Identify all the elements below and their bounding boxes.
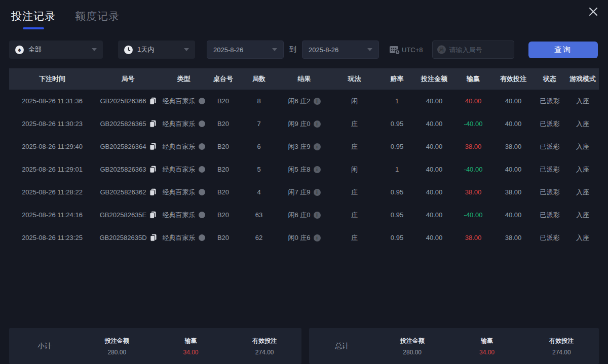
odds: 1 bbox=[378, 97, 415, 105]
date-to-picker[interactable]: 2025-8-26 bbox=[302, 41, 379, 59]
chevron-down-icon bbox=[272, 48, 277, 51]
bet-time: 2025-08-26 11:29:40 bbox=[9, 143, 95, 150]
game-type: 经典百家乐 bbox=[163, 165, 196, 174]
subtotal-bet-amount: 投注金额 280.00 bbox=[80, 337, 154, 356]
round-number: 5 bbox=[240, 166, 278, 173]
table-row: 2025-08-26 11:31:36 GB2025826366 经典百家乐 B… bbox=[9, 90, 599, 112]
result-value: 闲6 庄0 bbox=[288, 211, 310, 220]
time-range-select[interactable]: 1天内 bbox=[118, 41, 195, 59]
status: 已派彩 bbox=[533, 188, 566, 197]
result-value: 闲9 庄0 bbox=[288, 119, 310, 129]
info-icon[interactable]: i bbox=[314, 120, 321, 128]
win-loss-value: -40.00 bbox=[453, 211, 493, 219]
game-badge-icon bbox=[199, 234, 205, 241]
result-value: 闲0 庄6 bbox=[288, 233, 310, 242]
copy-icon[interactable] bbox=[149, 211, 156, 219]
game-type-select[interactable]: ♠ 全部 bbox=[9, 41, 103, 59]
bet-time: 2025-08-26 11:28:22 bbox=[9, 188, 95, 196]
table-no: B20 bbox=[207, 188, 240, 196]
bet-records-table: 下注时间 局号 类型 桌台号 局数 结果 玩法 赔率 投注金额 输赢 有效投注 … bbox=[9, 68, 599, 249]
copy-icon[interactable] bbox=[149, 188, 156, 196]
result-cell: 闲6 庄2 i bbox=[278, 97, 330, 106]
bet-time: 2025-08-26 11:29:01 bbox=[9, 166, 95, 173]
win-loss-value: 38.00 bbox=[453, 143, 493, 150]
col-status: 状态 bbox=[533, 74, 566, 84]
tab-bet-records-label: 投注记录 bbox=[11, 10, 56, 22]
tab-quota-records-label: 额度记录 bbox=[75, 10, 120, 22]
result-value: 闲5 庄8 bbox=[288, 165, 310, 174]
game-mode: 入座 bbox=[566, 188, 599, 197]
tab-quota-records[interactable]: 额度记录 bbox=[75, 9, 120, 29]
game-type: 经典百家乐 bbox=[163, 211, 196, 220]
win-loss-value: 38.00 bbox=[453, 234, 493, 241]
table-no: B20 bbox=[207, 211, 240, 219]
bet-amount: 40.00 bbox=[415, 97, 453, 105]
col-valid-bet: 有效投注 bbox=[493, 74, 533, 84]
info-icon[interactable]: i bbox=[314, 212, 321, 219]
round-number: 6 bbox=[240, 143, 278, 150]
game-type-cell: 经典百家乐 bbox=[161, 233, 207, 242]
bet-amount: 40.00 bbox=[415, 188, 453, 196]
info-icon[interactable]: i bbox=[314, 234, 321, 241]
info-icon[interactable]: i bbox=[314, 143, 321, 150]
total-panel: 总计 投注金额 280.00 输赢 34.00 有效投注 274.00 bbox=[309, 328, 599, 364]
table-no: B20 bbox=[207, 234, 240, 241]
time-range-value: 1天内 bbox=[137, 45, 184, 54]
round-number: 7 bbox=[240, 120, 278, 128]
result-value: 闲3 庄9 bbox=[288, 142, 310, 151]
bet-time: 2025-08-26 11:30:23 bbox=[9, 120, 95, 128]
summary-bar: 小计 投注金额 280.00 输赢 34.00 有效投注 274.00 总计 投… bbox=[9, 328, 599, 364]
filter-bar: ♠ 全部 1天内 2025-8-26 到 2025-8-26 UTC+8 bbox=[9, 41, 599, 59]
round-number: 4 bbox=[240, 188, 278, 196]
info-icon[interactable]: i bbox=[314, 166, 321, 173]
status: 已派彩 bbox=[533, 165, 566, 174]
calendar-clock-icon bbox=[389, 45, 400, 55]
round-id-cell: GB2025826366 bbox=[95, 97, 161, 105]
chevron-down-icon bbox=[367, 48, 372, 51]
total-bet-amount: 投注金额 280.00 bbox=[375, 337, 449, 356]
win-loss-value: -40.00 bbox=[453, 166, 493, 173]
result-cell: 闲5 庄8 i bbox=[278, 165, 330, 174]
date-from-value: 2025-8-26 bbox=[213, 46, 272, 54]
win-loss-value: 38.00 bbox=[453, 188, 493, 196]
query-button[interactable]: 查询 bbox=[528, 42, 598, 58]
status: 已派彩 bbox=[533, 142, 566, 151]
copy-icon[interactable] bbox=[149, 97, 156, 105]
bet-amount: 40.00 bbox=[415, 143, 453, 150]
valid-bet: 40.00 bbox=[493, 97, 533, 105]
info-icon[interactable]: i bbox=[314, 98, 321, 105]
game-type: 经典百家乐 bbox=[163, 188, 196, 197]
col-round-id: 局号 bbox=[95, 74, 161, 84]
info-icon[interactable]: i bbox=[314, 189, 321, 196]
copy-icon[interactable] bbox=[149, 120, 156, 128]
tab-bet-records[interactable]: 投注记录 bbox=[11, 9, 56, 29]
tab-bar: 投注记录 额度记录 bbox=[11, 9, 120, 29]
game-type-cell: 经典百家乐 bbox=[161, 97, 207, 106]
close-icon[interactable] bbox=[587, 5, 600, 18]
col-game-mode: 游戏模式 bbox=[566, 74, 599, 84]
game-mode: 入座 bbox=[566, 119, 599, 129]
table-row: 2025-08-26 11:28:22 GB2025826362 经典百家乐 B… bbox=[9, 181, 599, 204]
date-from-picker[interactable]: 2025-8-26 bbox=[207, 41, 284, 59]
round-id: GB2025826366 bbox=[100, 97, 146, 105]
game-type-cell: 经典百家乐 bbox=[161, 211, 207, 220]
valid-bet: 40.00 bbox=[493, 166, 533, 173]
game-type-cell: 经典百家乐 bbox=[161, 188, 207, 197]
copy-icon[interactable] bbox=[149, 166, 156, 173]
subtotal-valid-bet: 有效投注 274.00 bbox=[227, 337, 301, 356]
play-type: 庄 bbox=[330, 233, 378, 242]
bet-time: 2025-08-26 11:31:36 bbox=[9, 97, 95, 105]
table-row: 2025-08-26 11:29:01 GB2025826363 经典百家乐 B… bbox=[9, 158, 599, 181]
copy-icon[interactable] bbox=[150, 234, 157, 241]
game-badge-icon bbox=[199, 120, 205, 127]
copy-icon[interactable] bbox=[149, 143, 156, 150]
col-play: 玩法 bbox=[330, 74, 378, 84]
game-mode: 入座 bbox=[566, 211, 599, 220]
valid-bet: 40.00 bbox=[493, 211, 533, 219]
round-id: GB202582635D bbox=[99, 234, 146, 241]
play-type: 庄 bbox=[330, 211, 378, 220]
odds: 0.95 bbox=[378, 234, 415, 241]
col-table-no: 桌台号 bbox=[207, 74, 240, 84]
odds: 0.95 bbox=[378, 120, 415, 128]
round-id: GB2025826364 bbox=[100, 143, 146, 150]
